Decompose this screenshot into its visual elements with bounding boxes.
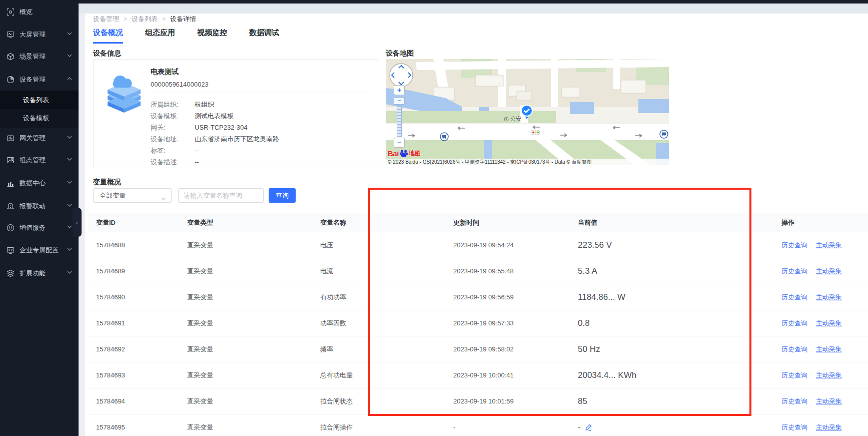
cell-variable-id: 15784689 (96, 267, 187, 275)
breadcrumb-separator: > (124, 16, 127, 23)
sidebar-item-hmi[interactable]: 组态管理 (0, 151, 79, 169)
sidebar-item-alarm[interactable]: 报警联动 (0, 197, 79, 215)
cell-update-time: 2023-09-19 09:56:59 (453, 293, 578, 301)
cell-current-value: - (578, 422, 781, 432)
chevron-down-icon (67, 204, 72, 207)
tab-video-monitor[interactable]: 视频监控 (197, 28, 227, 44)
cell-actions: 历史查询 主动采集 (781, 371, 868, 380)
cell-current-value: 0.8 (578, 318, 781, 328)
cell-variable-id: 15784688 (96, 241, 187, 249)
cell-variable-type: 直采变量 (187, 293, 320, 302)
overview-icon (7, 8, 15, 16)
cell-actions: 历史查询 主动采集 (781, 241, 868, 250)
cell-variable-name: 有功功率 (320, 293, 453, 302)
sidebar-item-bigscreen[interactable]: 大屏管理 (0, 26, 79, 44)
sidebar-item-enterprise[interactable]: 企业专属配置 (0, 241, 79, 259)
pie-chart-icon (7, 76, 15, 84)
col-current-value: 当前值 (578, 218, 781, 227)
variable-search-input[interactable] (178, 188, 264, 203)
active-collect-link[interactable]: 主动采集 (816, 345, 842, 353)
table-row: 15784690 直采变量 有功功率 2023-09-19 09:56:59 1… (88, 284, 868, 310)
chevron-left-icon: ‹ (76, 219, 78, 226)
active-collect-link[interactable]: 主动采集 (816, 267, 842, 275)
active-collect-link[interactable]: 主动采集 (816, 397, 842, 405)
col-variable-type: 变量类型 (187, 218, 320, 227)
variables-title: 变量概况 (93, 178, 121, 187)
traffic-light-icon (531, 130, 540, 135)
active-collect-link[interactable]: 主动采集 (816, 241, 842, 249)
cell-current-value: 5.3 A (578, 266, 781, 276)
map-poi-label: 公安 (504, 115, 521, 123)
device-field-row: 所属组织: 根组织 (151, 99, 279, 110)
sidebar-item-label: 大屏管理 (20, 30, 46, 39)
cell-current-value: 20034.4... KWh (578, 370, 781, 380)
history-query-link[interactable]: 历史查询 (781, 397, 807, 405)
table-row: 15784695 直采变量 拉合闸操作 - - (88, 414, 868, 436)
chevron-up-icon (67, 77, 72, 80)
layers-icon (7, 269, 15, 277)
history-query-link[interactable]: 历史查询 (781, 319, 807, 327)
device-field-row: 设备地址: 山东省济南市历下区龙奥南路 (151, 133, 279, 145)
active-collect-link[interactable]: 主动采集 (816, 423, 842, 431)
sidebar-collapse-handle[interactable]: ‹ (73, 208, 82, 237)
cell-current-value: 1184.86... W (578, 292, 781, 302)
history-query-link[interactable]: 历史查询 (781, 241, 807, 249)
field-value: 根组织 (195, 100, 214, 109)
filter-selected-value: 全部变量 (100, 191, 126, 200)
cell-variable-id: 15784695 (96, 423, 187, 431)
history-query-link[interactable]: 历史查询 (781, 371, 807, 379)
col-variable-id: 变量ID (96, 218, 187, 227)
zoom-slider-handle[interactable]: − (394, 97, 405, 105)
sidebar-item-extension[interactable]: 扩展功能 (0, 264, 79, 282)
sidebar-item-device-list[interactable]: 设备列表 (0, 91, 79, 109)
cell-variable-type: 直采变量 (187, 319, 320, 328)
active-collect-link[interactable]: 主动采集 (816, 371, 842, 379)
active-collect-link[interactable]: 主动采集 (816, 319, 842, 327)
cell-update-time: 2023-09-19 09:58:02 (453, 345, 578, 353)
breadcrumb-item-current: 设备详情 (170, 15, 196, 24)
cell-actions: 历史查询 主动采集 (781, 397, 868, 406)
cell-update-time: 2023-09-19 09:54:24 (453, 241, 578, 249)
device-location-marker[interactable] (520, 104, 534, 122)
history-query-link[interactable]: 历史查询 (781, 267, 807, 275)
sidebar-item-scene[interactable]: 场景管理 (0, 48, 79, 66)
sidebar-item-label: 设备列表 (23, 96, 49, 105)
zoom-in-button[interactable]: + (394, 85, 405, 95)
active-collect-link[interactable]: 主动采集 (816, 293, 842, 301)
alarm-bell-icon (7, 202, 15, 210)
sidebar-item-label: 概览 (20, 8, 33, 17)
device-field-row: 网关: USR-TCP232-304 (151, 122, 279, 133)
bus-stop-icon (660, 130, 668, 138)
device-detail-page: 概览 大屏管理 场景管理 设备管理 设备列表 设备模板 网关管理 (0, 0, 868, 436)
sidebar-item-datacenter[interactable]: 数据中心 (0, 174, 79, 192)
sidebar-item-gateway[interactable]: 网关管理 (0, 129, 79, 147)
device-name: 电表测试 (151, 68, 179, 77)
device-map[interactable]: 公安 + − − Bai (386, 59, 669, 165)
variable-filter-select[interactable]: 全部变量 (93, 188, 172, 203)
search-button[interactable]: 查询 (269, 188, 296, 203)
sidebar-item-device-template[interactable]: 设备模板 (0, 109, 79, 127)
zoom-slider-track[interactable] (397, 106, 402, 137)
history-query-link[interactable]: 历史查询 (781, 345, 807, 353)
history-query-link[interactable]: 历史查询 (781, 423, 807, 431)
breadcrumb-item[interactable]: 设备列表 (132, 15, 158, 24)
tab-device-overview[interactable]: 设备概况 (93, 28, 123, 44)
tab-data-debug[interactable]: 数据调试 (249, 28, 279, 44)
table-row: 15784692 直采变量 频率 2023-09-19 09:58:02 50 … (88, 336, 868, 362)
history-query-link[interactable]: 历史查询 (781, 293, 807, 301)
breadcrumb-item[interactable]: 设备管理 (93, 15, 119, 24)
sidebar-item-device[interactable]: 设备管理 (0, 71, 79, 89)
table-header-row: 变量ID 变量类型 变量名称 更新时间 当前值 操作 (88, 213, 868, 232)
bigscreen-icon (7, 31, 15, 39)
tab-hmi-app[interactable]: 组态应用 (145, 28, 175, 44)
zoom-out-button[interactable]: − (394, 138, 405, 148)
cell-actions: 历史查询 主动采集 (781, 319, 868, 328)
edit-pencil-icon[interactable] (585, 423, 592, 431)
cell-variable-id: 15784691 (96, 319, 187, 327)
sidebar-item-overview[interactable]: 概览 (0, 3, 79, 21)
cell-variable-type: 直采变量 (187, 241, 320, 250)
field-value: -- (195, 147, 199, 154)
sidebar-item-services[interactable]: 增值服务 (0, 219, 79, 237)
table-row: 15784689 直采变量 电流 2023-09-19 09:55:48 5.3… (88, 258, 868, 284)
sidebar-item-label: 设备管理 (20, 75, 46, 84)
